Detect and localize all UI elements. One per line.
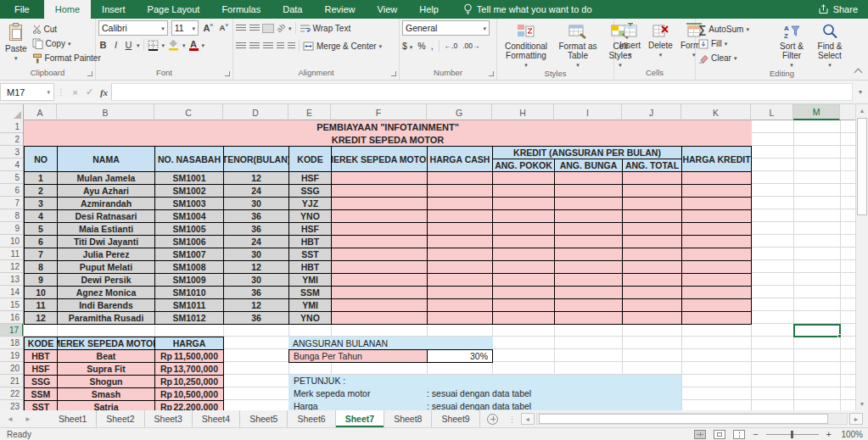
data-cell[interactable]: SM1011 — [154, 298, 224, 312]
empty-data-cell[interactable] — [681, 197, 752, 210]
zoom-slider-thumb[interactable] — [791, 431, 793, 438]
data-cell[interactable]: Desi Ratnasari — [57, 209, 155, 223]
data-cell[interactable]: Paramitha Rusadi — [57, 311, 155, 325]
lookup-harga-cell[interactable]: Rp10,250,000 — [154, 375, 224, 388]
sheet-tab-sheet2[interactable]: Sheet2 — [97, 410, 144, 427]
row-header-23[interactable]: 23 — [0, 400, 23, 410]
empty-data-cell[interactable] — [331, 235, 428, 248]
row-header-2[interactable]: 2 — [0, 133, 23, 146]
data-cell[interactable]: Agnez Monica — [57, 286, 155, 299]
vertical-scrollbar[interactable]: ▲ ▼ — [855, 104, 868, 410]
row-header-6[interactable]: 6 — [0, 184, 23, 197]
accounting-format-button[interactable]: $ ▾ — [402, 41, 412, 51]
tell-me-box[interactable]: Tell me what you want to do — [463, 0, 592, 19]
percent-style-button[interactable]: % — [417, 41, 425, 51]
empty-data-cell[interactable] — [492, 222, 555, 236]
bold-button[interactable]: B — [98, 40, 108, 50]
selected-cell-m17[interactable] — [793, 324, 841, 337]
normal-view-button[interactable] — [694, 430, 706, 439]
empty-data-cell[interactable] — [331, 248, 428, 261]
empty-data-cell[interactable] — [681, 311, 752, 325]
data-cell[interactable]: SM1010 — [154, 286, 224, 299]
data-cell[interactable]: 12 — [24, 311, 58, 325]
data-cell[interactable]: 6 — [24, 235, 58, 248]
empty-data-cell[interactable] — [681, 222, 752, 236]
empty-data-cell[interactable] — [492, 197, 555, 210]
data-cell[interactable]: 30 — [223, 273, 289, 287]
data-cell[interactable]: 36 — [223, 311, 289, 325]
empty-data-cell[interactable] — [331, 298, 428, 312]
empty-data-cell[interactable] — [331, 273, 428, 287]
data-cell[interactable]: SM1012 — [154, 311, 224, 325]
row-header-4[interactable]: 4 — [0, 159, 23, 171]
ribbon-tab-file[interactable]: File — [0, 0, 44, 19]
empty-data-cell[interactable] — [681, 286, 752, 299]
row-header-17[interactable]: 17 — [0, 324, 24, 337]
data-cell[interactable]: 24 — [223, 184, 289, 198]
find-select-button[interactable]: Find & Select ▾ — [812, 20, 848, 69]
ribbon-tab-review[interactable]: Review — [313, 0, 366, 19]
empty-data-cell[interactable] — [492, 171, 555, 185]
align-bottom-icon[interactable] — [263, 25, 273, 32]
empty-data-cell[interactable] — [622, 184, 682, 198]
header-no[interactable]: NO — [24, 146, 58, 172]
fill-color-dropdown-arrow[interactable]: ▾ — [182, 42, 186, 48]
empty-data-cell[interactable] — [427, 184, 493, 198]
data-cell[interactable]: HSF — [288, 222, 332, 236]
empty-data-cell[interactable] — [492, 286, 555, 299]
cancel-entry-button[interactable]: × — [68, 87, 82, 97]
decrease-decimal-button[interactable]: .00→ — [462, 42, 479, 50]
empty-data-cell[interactable] — [554, 209, 623, 223]
increase-font-size-button[interactable]: A˄ — [202, 23, 215, 33]
lookup-merek-cell[interactable]: Supra Fit — [57, 362, 155, 376]
lookup-merek-cell[interactable]: Smash — [57, 387, 155, 401]
header-ang-total[interactable]: ANG. TOTAL — [622, 159, 682, 172]
empty-data-cell[interactable] — [622, 209, 682, 223]
select-all-corner[interactable] — [0, 104, 24, 120]
lookup-harga-cell[interactable]: Rp22,200,000 — [154, 400, 224, 410]
lookup-kode-cell[interactable]: SSM — [24, 387, 58, 401]
data-cell[interactable]: Maia Estianti — [57, 222, 155, 236]
data-cell[interactable]: SSG — [288, 184, 332, 198]
header-nama[interactable]: NAMA — [57, 146, 155, 172]
row-header-18[interactable]: 18 — [0, 337, 23, 349]
data-cell[interactable]: HBT — [288, 235, 332, 248]
number-format-combo[interactable]: General▾ — [402, 20, 490, 36]
empty-data-cell[interactable] — [492, 235, 555, 248]
decrease-font-size-button[interactable]: A˅ — [217, 23, 230, 32]
header-kredit-group[interactable]: KREDIT (ANGSURAN PER BULAN) — [492, 146, 682, 159]
empty-data-cell[interactable] — [427, 171, 493, 185]
align-right-icon[interactable] — [263, 42, 273, 50]
horizontal-scrollbar[interactable]: ◄ ► — [521, 412, 863, 426]
ribbon-tab-insert[interactable]: Insert — [91, 0, 137, 19]
data-cell[interactable]: 3 — [24, 197, 58, 210]
header-ang-pokok[interactable]: ANG. POKOK — [492, 159, 555, 172]
lookup-kode-cell[interactable]: SST — [24, 400, 58, 410]
row-header-13[interactable]: 13 — [0, 273, 23, 286]
header-kode[interactable]: KODE — [288, 146, 332, 172]
angsuran-title-cell[interactable]: ANGSURAN BULANAN — [288, 337, 493, 350]
borders-dropdown-arrow[interactable]: ▾ — [162, 42, 165, 48]
vertical-scrollbar-thumb[interactable] — [857, 118, 867, 215]
lookup-kode-cell[interactable]: SSG — [24, 375, 58, 388]
zoom-level[interactable]: 100% — [839, 430, 863, 439]
data-cell[interactable]: YNO — [288, 311, 332, 325]
empty-data-cell[interactable] — [622, 286, 682, 299]
number-dialog-launcher-icon[interactable] — [489, 71, 494, 76]
expand-formula-bar-icon[interactable]: ▾ — [853, 88, 868, 96]
data-cell[interactable]: SM1007 — [154, 248, 224, 261]
data-cell[interactable]: 36 — [223, 222, 289, 236]
data-cell[interactable]: Ayu Azhari — [57, 184, 155, 198]
increase-indent-icon[interactable] — [288, 42, 295, 50]
underline-button[interactable]: U — [124, 40, 133, 50]
empty-data-cell[interactable] — [554, 273, 623, 287]
data-cell[interactable]: Indi Barends — [57, 298, 155, 312]
empty-data-cell[interactable] — [554, 260, 623, 274]
empty-data-cell[interactable] — [427, 235, 493, 248]
conditional-formatting-button[interactable]: Conditional Formatting ▾ — [500, 20, 552, 69]
data-cell[interactable]: YNO — [288, 209, 332, 223]
empty-data-cell[interactable] — [554, 248, 623, 261]
font-color-dropdown-arrow[interactable]: ▾ — [202, 42, 205, 48]
bunga-value-cell[interactable]: 30% — [427, 349, 493, 363]
empty-data-cell[interactable] — [427, 197, 493, 210]
